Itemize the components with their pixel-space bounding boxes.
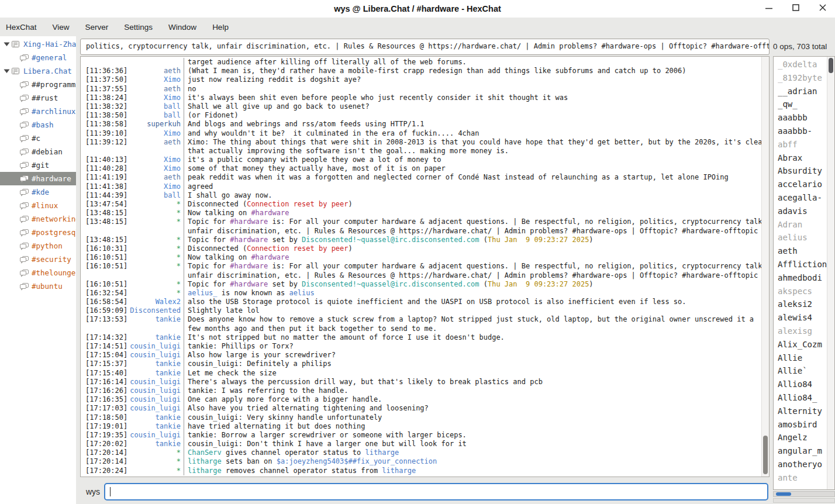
tree-channel-hardware[interactable]: #hardware	[0, 172, 76, 185]
user-item[interactable]: ante	[778, 471, 827, 485]
user-item[interactable]: aaabbb	[778, 111, 827, 125]
menu-item-server[interactable]: Server	[85, 23, 109, 32]
topic-bar[interactable]: politics, cryptocurrency talk, unfair di…	[80, 39, 770, 55]
tree-channel-git[interactable]: #git	[0, 158, 76, 172]
chat-nick[interactable]: *	[128, 253, 184, 262]
chat-nick[interactable]: cousin_luigi	[128, 378, 184, 386]
user-item[interactable]: adavis	[778, 205, 827, 218]
chat-nick[interactable]: aeth	[128, 85, 184, 94]
user-item[interactable]: abff	[778, 138, 827, 151]
user-item[interactable]: amosbird	[778, 418, 827, 431]
tree-channel-linux[interactable]: #linux	[0, 199, 76, 212]
menu-item-hexchat[interactable]: HexChat	[6, 23, 37, 32]
user-item[interactable]: aelius	[778, 231, 827, 244]
chat-nick[interactable]: *	[128, 209, 184, 218]
chat-nick[interactable]: *	[128, 244, 184, 253]
user-item[interactable]: Abrax	[778, 151, 827, 165]
message-input[interactable]	[104, 483, 768, 500]
chat-nick[interactable]: ball	[128, 191, 184, 200]
user-item[interactable]: accelario	[778, 178, 827, 191]
user-list-hscrollbar-thumb[interactable]	[776, 492, 791, 496]
bottom-hscrollbar[interactable]	[773, 498, 835, 503]
chat-nick[interactable]: cousin_luigi	[128, 395, 184, 404]
user-item[interactable]: Absurdity	[778, 164, 827, 178]
chat-nick[interactable]: tankie	[128, 413, 184, 422]
user-item[interactable]: Adran	[778, 218, 827, 232]
tree-server-libera-chat[interactable]: Libera.Chat	[0, 64, 76, 78]
close-button[interactable]	[813, 0, 833, 18]
chat-nick[interactable]: tankie	[128, 315, 184, 324]
tree-channel-security[interactable]: #security	[0, 253, 76, 266]
user-item[interactable]: Allie`	[778, 364, 827, 378]
chat-nick[interactable]: cousin_luigi	[128, 342, 184, 351]
chat-nick[interactable]: Disconsented	[128, 306, 184, 315]
tree-channel-networking[interactable]: #networking	[0, 212, 76, 226]
tree-channel-rust[interactable]: ##rust	[0, 91, 76, 105]
chat-nick[interactable]: cousin_luigi	[128, 404, 184, 413]
user-item[interactable]: Alix_Cozm	[778, 338, 827, 351]
user-item[interactable]: __adrian	[778, 85, 827, 98]
chat-nick[interactable]: ball	[128, 111, 184, 120]
tree-channel-programming[interactable]: ##programming	[0, 78, 76, 91]
user-item[interactable]: Alternity	[778, 405, 827, 418]
tree-channel-archlinux[interactable]: #archlinux	[0, 105, 76, 118]
chat-nick[interactable]: ball	[128, 102, 184, 111]
chat-nick[interactable]: *	[128, 236, 184, 244]
tree-channel-ubuntu[interactable]: #ubuntu	[0, 279, 76, 293]
user-item[interactable]: Affliction	[778, 258, 827, 271]
user-item[interactable]: akspecs	[778, 285, 827, 298]
chat-nick[interactable]: *	[128, 457, 184, 466]
chat-nick[interactable]: tankie	[128, 440, 184, 448]
chat-nick[interactable]: *	[128, 218, 184, 226]
menu-item-view[interactable]: View	[53, 23, 70, 32]
tree-channel-c[interactable]: #c	[0, 132, 76, 145]
chat-nick[interactable]: *	[128, 467, 184, 475]
chat-nick[interactable]: tankie	[128, 333, 184, 342]
user-list-scrollbar-thumb[interactable]	[829, 58, 833, 73]
chat-nick[interactable]: cousin_luigi	[128, 351, 184, 360]
user-list-scrollbar[interactable]	[827, 57, 834, 489]
chat-nick[interactable]: Ximo	[128, 182, 184, 191]
chat-nick[interactable]: aeth	[128, 138, 184, 147]
menu-item-help[interactable]: Help	[212, 23, 229, 32]
chat-nick[interactable]: *	[128, 262, 184, 271]
chat-nick[interactable]: aeth	[128, 173, 184, 182]
chat-nick[interactable]: tankie	[128, 369, 184, 378]
chat-nick[interactable]: Ximo	[128, 164, 184, 173]
user-item[interactable]: _8192byte	[778, 71, 827, 85]
user-item[interactable]: Allio84_	[778, 391, 827, 405]
chat-nick[interactable]: aeth	[128, 67, 184, 75]
chat-nick[interactable]: cousin_luigi	[128, 431, 184, 440]
tree-channel-python[interactable]: #python	[0, 239, 76, 253]
chat-nick[interactable]: Ximo	[128, 156, 184, 164]
chat-nick[interactable]: tankie	[128, 422, 184, 431]
user-item[interactable]: alewis4	[778, 311, 827, 325]
user-list-hscrollbar[interactable]	[773, 491, 835, 497]
chat-nick[interactable]: *	[128, 448, 184, 457]
chat-scrollbar[interactable]	[761, 57, 769, 477]
expander-icon[interactable]	[2, 68, 11, 74]
tree-channel-thelounge[interactable]: #thelounge	[0, 266, 76, 279]
menu-item-window[interactable]: Window	[168, 23, 196, 32]
user-item[interactable]: ahmedbodi	[778, 271, 827, 285]
user-item[interactable]: _qw_	[778, 98, 827, 111]
chat-nick[interactable]: *	[128, 200, 184, 209]
tree-channel-debian[interactable]: #debian	[0, 145, 76, 158]
tree-channel-general[interactable]: #general	[0, 51, 76, 64]
chat-nick[interactable]: Ximo	[128, 94, 184, 102]
user-item[interactable]: angular_m	[778, 444, 827, 458]
user-item[interactable]: aeth	[778, 244, 827, 258]
chat-nick[interactable]: Walex2	[128, 298, 184, 306]
tree-channel-postgresql[interactable]: #postgresql	[0, 226, 76, 239]
user-item[interactable]: _0xdelta	[778, 58, 827, 71]
minimize-button[interactable]	[759, 0, 779, 18]
user-item[interactable]: acegalla-	[778, 191, 827, 205]
menu-item-settings[interactable]: Settings	[124, 23, 153, 32]
tree-channel-kde[interactable]: #kde	[0, 185, 76, 199]
user-item[interactable]: aaabbb-	[778, 125, 827, 138]
chat-nick[interactable]: Ximo	[128, 129, 184, 138]
chat-nick[interactable]: cousin_luigi	[128, 386, 184, 395]
chat-nick[interactable]: superkuh	[128, 120, 184, 129]
chat-nick[interactable]: *	[128, 289, 184, 298]
tree-server-xing-hai-zhan[interactable]: Xing-Hai-Zhan	[0, 37, 76, 51]
